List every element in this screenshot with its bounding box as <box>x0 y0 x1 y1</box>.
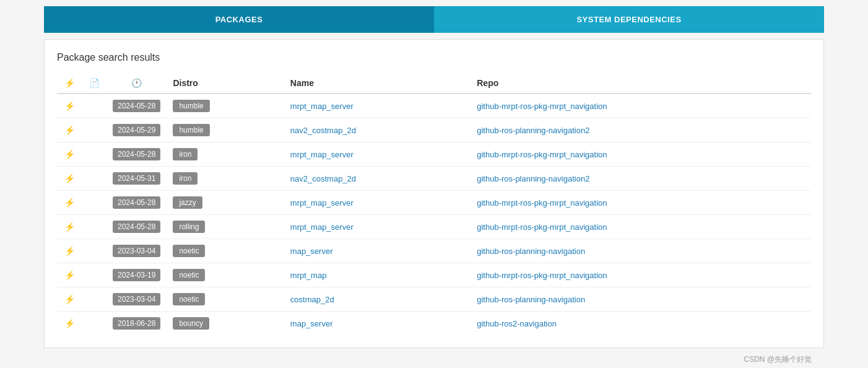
repo-link[interactable]: github-ros-planning-navigation <box>477 295 585 304</box>
table-row: ⚡2024-05-28rollingmrpt_map_servergithub-… <box>57 215 811 239</box>
repo-link[interactable]: github-ros-planning-navigation2 <box>477 126 589 135</box>
section-title: Package search results <box>57 52 811 63</box>
date-badge: 2024-05-28 <box>113 221 160 233</box>
package-name-link[interactable]: mrpt_map_server <box>290 222 354 232</box>
date-badge: 2024-05-31 <box>113 172 160 185</box>
lightning-icon: ⚡ <box>64 198 75 208</box>
main-container: Package search results ⚡ 📄 🕐 Dist <box>44 39 824 348</box>
col-repo: Repo <box>471 73 811 94</box>
package-name-link[interactable]: mrpt_map_server <box>290 198 354 208</box>
repo-link[interactable]: github-ros-planning-navigation2 <box>477 174 589 183</box>
results-table-wrapper: ⚡ 📄 🕐 Distro Name Repo ⚡2024-05- <box>57 73 811 335</box>
col-lightning: ⚡ <box>57 73 82 94</box>
repo-link[interactable]: github-ros2-navigation <box>477 319 557 328</box>
date-badge: 2018-06-28 <box>113 317 160 330</box>
results-table: ⚡ 📄 🕐 Distro Name Repo ⚡2024-05- <box>57 73 811 335</box>
lightning-icon: ⚡ <box>64 149 75 159</box>
file-header-icon: 📄 <box>89 78 100 88</box>
table-row: ⚡2024-05-28ironmrpt_map_servergithub-mrp… <box>57 142 811 167</box>
lightning-icon: ⚡ <box>64 125 75 135</box>
repo-link[interactable]: github-ros-planning-navigation <box>477 247 585 256</box>
repo-link[interactable]: github-mrpt-ros-pkg-mrpt_navigation <box>477 222 607 232</box>
clock-header-icon: 🕐 <box>131 78 142 88</box>
package-name-link[interactable]: mrpt_map <box>290 271 327 280</box>
col-clock: 🕐 <box>106 73 167 94</box>
distro-badge: humble <box>173 124 209 136</box>
distro-badge: jazzy <box>173 196 202 209</box>
tab-system-dependencies[interactable]: SYSTEM DEPENDENCIES <box>434 6 824 33</box>
table-row: ⚡2024-05-28humblemrpt_map_servergithub-m… <box>57 94 811 118</box>
table-row: ⚡2023-03-04noeticmap_servergithub-ros-pl… <box>57 239 811 263</box>
date-badge: 2024-05-28 <box>113 148 160 160</box>
lightning-icon: ⚡ <box>64 270 75 280</box>
date-badge: 2024-05-29 <box>113 124 160 136</box>
package-name-link[interactable]: map_server <box>290 247 333 256</box>
table-row: ⚡2024-05-28jazzymrpt_map_servergithub-mr… <box>57 191 811 215</box>
repo-link[interactable]: github-mrpt-ros-pkg-mrpt_navigation <box>477 271 607 280</box>
lightning-header-icon: ⚡ <box>64 78 75 88</box>
distro-badge: noetic <box>173 269 205 281</box>
col-distro: Distro <box>167 73 284 94</box>
lightning-icon: ⚡ <box>64 246 75 256</box>
watermark: CSDN @先睡个好觉 <box>44 354 824 365</box>
tab-bar: PACKAGES SYSTEM DEPENDENCIES <box>44 6 824 33</box>
date-badge: 2024-03-19 <box>113 269 160 281</box>
table-row: ⚡2024-05-31ironnav2_costmap_2dgithub-ros… <box>57 167 811 191</box>
package-name-link[interactable]: costmap_2d <box>290 295 334 304</box>
date-badge: 2024-05-28 <box>113 100 160 112</box>
distro-badge: iron <box>173 148 197 160</box>
distro-badge: humble <box>173 100 209 112</box>
package-name-link[interactable]: nav2_costmap_2d <box>290 174 356 183</box>
lightning-icon: ⚡ <box>64 294 75 304</box>
lightning-icon: ⚡ <box>64 173 75 183</box>
repo-link[interactable]: github-mrpt-ros-pkg-mrpt_navigation <box>477 102 607 111</box>
repo-link[interactable]: github-mrpt-ros-pkg-mrpt_navigation <box>477 150 607 159</box>
package-name-link[interactable]: mrpt_map_server <box>290 150 354 159</box>
package-name-link[interactable]: map_server <box>290 319 333 328</box>
lightning-icon: ⚡ <box>64 101 75 111</box>
distro-badge: bouncy <box>173 317 209 330</box>
table-row: ⚡2024-05-29humblenav2_costmap_2dgithub-r… <box>57 118 811 142</box>
col-name: Name <box>284 73 471 94</box>
tab-packages[interactable]: PACKAGES <box>44 6 434 33</box>
package-name-link[interactable]: nav2_costmap_2d <box>290 126 356 135</box>
col-file: 📄 <box>82 73 106 94</box>
lightning-icon: ⚡ <box>64 222 75 232</box>
distro-badge: noetic <box>173 293 205 305</box>
package-name-link[interactable]: mrpt_map_server <box>290 102 354 111</box>
repo-link[interactable]: github-mrpt-ros-pkg-mrpt_navigation <box>477 198 607 208</box>
lightning-icon: ⚡ <box>64 318 75 328</box>
table-row: ⚡2018-06-28bouncymap_servergithub-ros2-n… <box>57 312 811 336</box>
date-badge: 2024-05-28 <box>113 196 160 209</box>
date-badge: 2023-03-04 <box>113 245 160 257</box>
distro-badge: rolling <box>173 221 205 233</box>
table-row: ⚡2024-03-19noeticmrpt_mapgithub-mrpt-ros… <box>57 263 811 287</box>
distro-badge: iron <box>173 172 197 185</box>
distro-badge: noetic <box>173 245 205 257</box>
table-header-row: ⚡ 📄 🕐 Distro Name Repo <box>57 73 811 94</box>
date-badge: 2023-03-04 <box>113 293 160 305</box>
table-row: ⚡2023-03-04noeticcostmap_2dgithub-ros-pl… <box>57 287 811 312</box>
